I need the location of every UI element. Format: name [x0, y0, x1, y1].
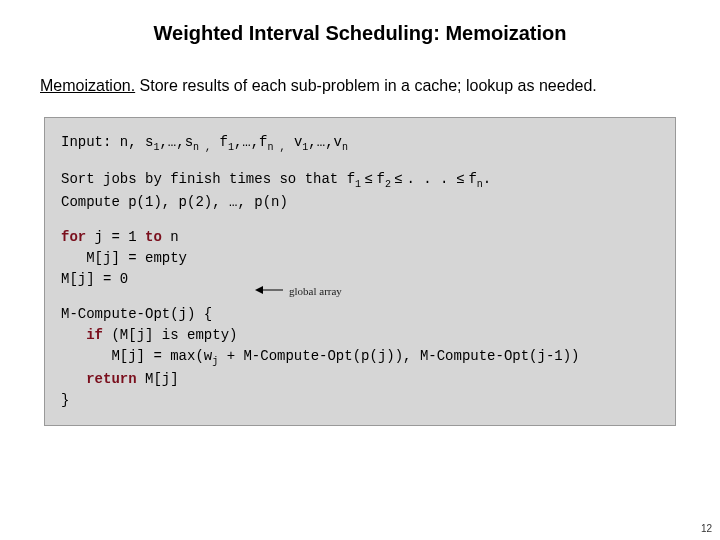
- sort-line: Sort jobs by finish times so that f1 ≤ f…: [61, 168, 659, 192]
- lead-word: Memoization.: [40, 77, 135, 94]
- slide-title: Weighted Interval Scheduling: Memoizatio…: [40, 22, 680, 45]
- return-keyword: return: [86, 371, 136, 387]
- to-keyword: to: [145, 229, 162, 245]
- assign-line: M[j] = max(wj + M-Compute-Opt(p(j)), M-C…: [61, 346, 659, 369]
- mj-empty-line: M[j] = empty: [61, 248, 659, 269]
- page-number: 12: [701, 523, 712, 534]
- arrow-left-icon: [255, 283, 283, 300]
- if-line: if (M[j] is empty): [61, 325, 659, 346]
- return-line: return M[j]: [61, 369, 659, 390]
- fn-close-line: }: [61, 390, 659, 411]
- fn-open-line: M-Compute-Opt(j) {: [61, 304, 659, 325]
- slide: Weighted Interval Scheduling: Memoizatio…: [0, 0, 720, 426]
- for-line: for j = 1 to n: [61, 227, 659, 248]
- compute-line: Compute p(1), p(2), …, p(n): [61, 192, 659, 213]
- if-keyword: if: [86, 327, 103, 343]
- input-line: Input: n, s1,…,sn , f1,…,fn , v1,…,vn: [61, 132, 659, 155]
- intro-rest: Store results of each sub-problem in a c…: [135, 77, 597, 94]
- svg-marker-1: [255, 286, 263, 294]
- pseudocode-box: Input: n, s1,…,sn , f1,…,fn , v1,…,vn So…: [44, 117, 676, 426]
- for-keyword: for: [61, 229, 86, 245]
- annotation-text: global array: [289, 283, 342, 300]
- mj-zero-line: M[j] = 0: [61, 269, 659, 290]
- global-array-annotation: global array: [255, 283, 342, 300]
- intro-paragraph: Memoization. Store results of each sub-p…: [40, 75, 680, 97]
